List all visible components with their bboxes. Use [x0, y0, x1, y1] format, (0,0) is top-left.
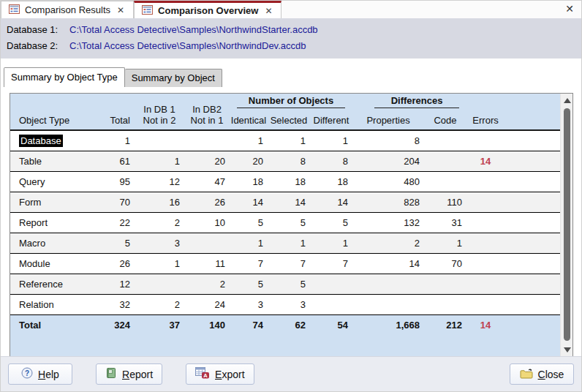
value-cell: 2: [184, 274, 230, 294]
tab-close-icon[interactable]: ✕: [116, 5, 126, 15]
vertical-scrollbar[interactable]: [560, 94, 572, 357]
scrollbar-thumb[interactable]: [564, 108, 570, 341]
tab-comparison-overview[interactable]: Comparison Overview ✕: [134, 1, 281, 18]
database2-path: C:\Total Access Detective\Samples\Northw…: [69, 38, 306, 54]
col-code: Code: [424, 110, 466, 130]
value-cell: 480: [352, 171, 424, 192]
errors-cell: 14: [466, 314, 504, 357]
filler-cell: [504, 274, 560, 294]
filler-cell: [504, 253, 560, 274]
comparison-overview-window: Comparison Results ✕ Comparison Overview…: [0, 0, 582, 392]
scroll-up-arrow-icon[interactable]: [564, 98, 571, 103]
object-type-cell: Report: [10, 212, 97, 233]
svg-text:?: ?: [25, 369, 29, 377]
col-in-db1-not-in-2: In DB 1 Not in 2: [135, 94, 184, 130]
window-close-icon[interactable]: ✕: [562, 3, 577, 15]
table-header: Object Type Total In DB 1 Not in 2 In DB…: [10, 94, 560, 130]
value-cell: [184, 233, 230, 253]
value-cell: 14: [268, 192, 310, 212]
value-cell: 132: [352, 212, 424, 233]
value-cell: 140: [184, 314, 230, 357]
value-cell: 324: [97, 314, 135, 357]
table-row[interactable]: Form701626141414828110: [10, 192, 560, 212]
database1-line: Database 1: C:\Total Access Detective\Sa…: [7, 22, 581, 38]
value-cell: 3: [230, 294, 268, 314]
table-row[interactable]: Reference12255: [10, 274, 560, 294]
value-cell: 1: [230, 130, 268, 151]
value-cell: 5: [230, 274, 268, 294]
table-row[interactable]: Total324371407462541,66821214: [10, 314, 560, 357]
report-button[interactable]: Report: [96, 363, 162, 385]
value-cell: 5: [230, 212, 268, 233]
database1-path: C:\Total Access Detective\Samples\Northw…: [69, 22, 318, 38]
col-object-type: Object Type: [10, 94, 97, 130]
value-cell: 62: [268, 314, 310, 357]
errors-cell: [466, 212, 504, 233]
value-cell: 7: [268, 253, 310, 274]
value-cell: 7: [310, 253, 352, 274]
export-button[interactable]: A Export: [186, 363, 254, 385]
filler-cell: [504, 130, 560, 151]
value-cell: 8: [268, 151, 310, 171]
filler-cell: [504, 314, 560, 357]
close-button[interactable]: Close: [510, 363, 574, 385]
selected-text: Database: [19, 135, 63, 147]
tab-comparison-results[interactable]: Comparison Results ✕: [1, 1, 134, 18]
errors-cell: [466, 253, 504, 274]
tab-summary-by-object[interactable]: Summary by Object: [125, 69, 222, 87]
value-cell: 2: [352, 233, 424, 253]
object-type-cell: Relation: [10, 294, 97, 314]
value-cell: [135, 130, 184, 151]
value-cell: [135, 274, 184, 294]
col-errors: Errors: [466, 94, 504, 130]
database-info-band: Database 1: C:\Total Access Detective\Sa…: [1, 18, 581, 59]
scroll-down-arrow-icon[interactable]: [564, 347, 571, 353]
errors-cell: 14: [466, 151, 504, 171]
filler-cell: [504, 212, 560, 233]
value-cell: 1: [268, 130, 310, 151]
value-cell: 18: [310, 171, 352, 192]
help-button[interactable]: ? Help: [8, 363, 72, 385]
col-identical: Identical: [230, 110, 268, 130]
table-row[interactable]: Relation3222433: [10, 294, 560, 314]
table-row[interactable]: Report2221055513231: [10, 212, 560, 233]
group-differences: Differences: [352, 94, 466, 110]
value-cell: [310, 294, 352, 314]
value-cell: [424, 274, 466, 294]
table-row[interactable]: Macro5311121: [10, 233, 560, 253]
object-type-cell: Reference: [10, 274, 97, 294]
table-row[interactable]: Query951247181818480: [10, 171, 560, 192]
object-type-cell: Module: [10, 253, 97, 274]
col-different: Different: [310, 110, 352, 130]
tab-summary-by-object-type[interactable]: Summary by Object Type: [4, 67, 125, 87]
svg-text:A: A: [203, 372, 208, 379]
table-row[interactable]: Module261117771470: [10, 253, 560, 274]
table-row[interactable]: Table61120208820414: [10, 151, 560, 171]
value-cell: [352, 294, 424, 314]
value-cell: 31: [424, 212, 466, 233]
form-icon: [9, 4, 20, 16]
value-cell: [184, 130, 230, 151]
value-cell: 1: [230, 233, 268, 253]
value-cell: 22: [97, 212, 135, 233]
value-cell: 16: [135, 192, 184, 212]
tab-label: Comparison Results: [25, 4, 110, 15]
value-cell: 70: [424, 253, 466, 274]
table-row[interactable]: Database11118: [10, 130, 560, 151]
value-cell: 14: [352, 253, 424, 274]
filler-cell: [504, 151, 560, 171]
value-cell: 1: [424, 233, 466, 253]
value-cell: 12: [135, 171, 184, 192]
value-cell: 70: [97, 192, 135, 212]
value-cell: [424, 294, 466, 314]
object-type-cell: Table: [10, 151, 97, 171]
value-cell: 1: [135, 151, 184, 171]
value-cell: 8: [352, 130, 424, 151]
value-cell: [310, 274, 352, 294]
value-cell: 14: [310, 192, 352, 212]
col-filler: [504, 94, 560, 130]
col-total: Total: [97, 94, 135, 130]
value-cell: 11: [184, 253, 230, 274]
value-cell: 1: [135, 253, 184, 274]
tab-close-icon[interactable]: ✕: [263, 6, 273, 16]
